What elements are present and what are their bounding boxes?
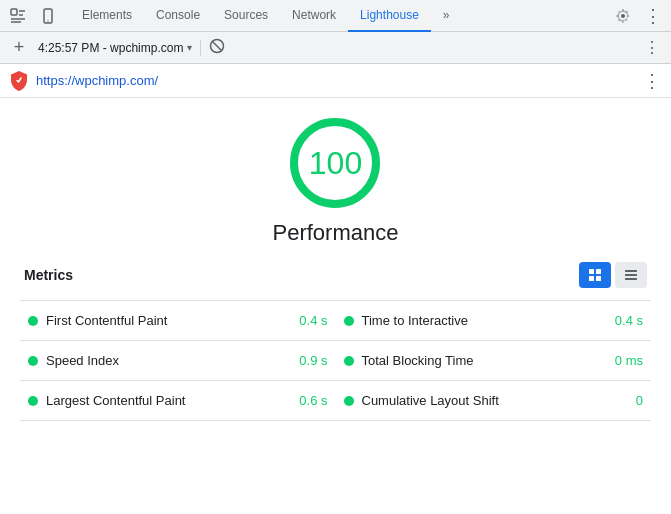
svg-rect-5	[589, 269, 594, 274]
metric-value: 0.4 s	[299, 313, 327, 328]
metric-row: Speed Index 0.9 s	[20, 341, 336, 381]
metric-name: First Contentful Paint	[46, 313, 283, 328]
svg-rect-0	[11, 9, 17, 15]
tab-lighthouse[interactable]: Lighthouse	[348, 0, 431, 32]
metric-name: Speed Index	[46, 353, 283, 368]
metric-name: Largest Contentful Paint	[46, 393, 283, 408]
tab-elements[interactable]: Elements	[70, 0, 144, 32]
score-label: Performance	[273, 220, 399, 246]
security-icon	[10, 71, 28, 91]
url-bar: + 4:25:57 PM - wpchimp.com ▾ ⋮	[0, 32, 671, 64]
tab-console[interactable]: Console	[144, 0, 212, 32]
kebab-menu-icon[interactable]: ⋮	[639, 2, 667, 30]
metric-value: 0 ms	[615, 353, 643, 368]
block-requests-icon[interactable]	[209, 38, 225, 57]
metrics-toggle	[579, 262, 647, 288]
settings-icon[interactable]	[609, 2, 637, 30]
tab-bar: Elements Console Sources Network Lightho…	[0, 0, 671, 32]
svg-rect-8	[596, 276, 601, 281]
metric-row: Total Blocking Time 0 ms	[336, 341, 652, 381]
metric-status-dot	[28, 316, 38, 326]
metric-status-dot	[28, 396, 38, 406]
url-separator	[200, 40, 201, 56]
metrics-section: Metrics	[20, 262, 651, 421]
add-tab-button[interactable]: +	[8, 37, 30, 59]
svg-rect-6	[596, 269, 601, 274]
svg-rect-9	[625, 270, 637, 272]
svg-point-2	[47, 20, 48, 21]
metric-name: Time to Interactive	[362, 313, 599, 328]
lighthouse-content: 100 Performance Metrics	[0, 98, 671, 431]
svg-rect-7	[589, 276, 594, 281]
toggle-grid-button[interactable]	[579, 262, 611, 288]
metric-name: Total Blocking Time	[362, 353, 599, 368]
svg-rect-10	[625, 274, 637, 276]
score-container: 100 Performance	[273, 118, 399, 246]
metric-row: First Contentful Paint 0.4 s	[20, 301, 336, 341]
metric-status-dot	[28, 356, 38, 366]
mobile-icon[interactable]	[34, 2, 62, 30]
score-circle: 100	[290, 118, 380, 208]
metrics-grid: First Contentful Paint 0.4 s Time to Int…	[20, 300, 651, 421]
inspect-icon[interactable]	[4, 2, 32, 30]
metric-row: Time to Interactive 0.4 s	[336, 301, 652, 341]
tab-more[interactable]: »	[431, 0, 462, 32]
page-url[interactable]: https://wpchimp.com/	[36, 73, 158, 88]
metric-row: Cumulative Layout Shift 0	[336, 381, 652, 421]
timestamp-caret-icon: ▾	[187, 42, 192, 53]
address-more-icon[interactable]: ⋮	[643, 70, 661, 92]
tab-sources[interactable]: Sources	[212, 0, 280, 32]
toggle-list-button[interactable]	[615, 262, 647, 288]
metric-value: 0.6 s	[299, 393, 327, 408]
session-timestamp[interactable]: 4:25:57 PM - wpchimp.com ▾	[38, 41, 192, 55]
metric-value: 0.9 s	[299, 353, 327, 368]
metric-row: Largest Contentful Paint 0.6 s	[20, 381, 336, 421]
metrics-title: Metrics	[24, 267, 73, 283]
metric-status-dot	[344, 316, 354, 326]
metric-value: 0	[636, 393, 643, 408]
metric-name: Cumulative Layout Shift	[362, 393, 620, 408]
metrics-header: Metrics	[20, 262, 651, 288]
metric-status-dot	[344, 356, 354, 366]
tab-network[interactable]: Network	[280, 0, 348, 32]
score-value: 100	[309, 145, 362, 182]
metric-value: 0.4 s	[615, 313, 643, 328]
svg-rect-11	[625, 278, 637, 280]
metric-status-dot	[344, 396, 354, 406]
svg-line-4	[212, 41, 222, 51]
url-bar-more-icon[interactable]: ⋮	[641, 37, 663, 59]
address-bar: https://wpchimp.com/ ⋮	[0, 64, 671, 98]
